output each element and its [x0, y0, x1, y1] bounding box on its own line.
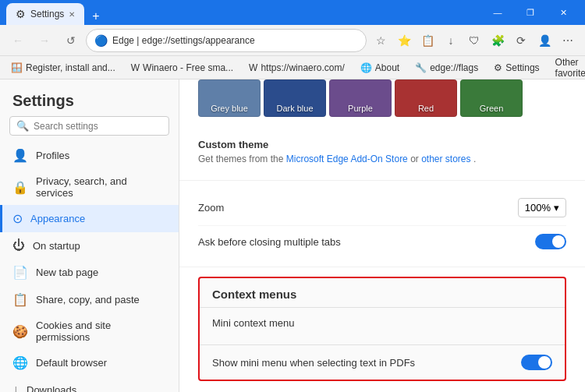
favorites-button[interactable]: ⭐ [393, 30, 415, 51]
sidebar-item-downloads[interactable]: ↓ Downloads [0, 376, 179, 392]
sidebar-item-label: Share, copy, and paste [36, 294, 140, 305]
zoom-row: Zoom 100% ▾ [198, 190, 566, 226]
star-button[interactable]: ☆ [370, 30, 392, 51]
sidebar-title: Settings [0, 79, 179, 116]
restore-button[interactable]: ❐ [515, 2, 546, 23]
sidebar-item-privacy[interactable]: 🔒 Privacy, search, and services [0, 169, 179, 205]
share-icon: 📋 [12, 292, 28, 307]
sidebar-item-startup[interactable]: ⏻ On startup [0, 232, 179, 259]
bookmarks-bar: 🪟 Register, install and... W Winaero - F… [0, 56, 585, 79]
zoom-value: 100% [525, 202, 551, 214]
downloads-icon: ↓ [12, 383, 19, 392]
bookmark-item[interactable]: 🔧 edge://flags [410, 61, 483, 75]
minimize-button[interactable]: — [482, 2, 513, 23]
sidebar-item-label: New tab page [36, 267, 98, 278]
swatch-purple[interactable]: Purple [329, 79, 392, 117]
window-controls: — ❐ ✕ [482, 2, 579, 23]
bookmark-label: Register, install and... [26, 62, 115, 73]
address-edge-icon: 🔵 [94, 34, 108, 47]
sidebar-item-label: Privacy, search, and services [36, 175, 166, 199]
sidebar: Settings 🔍 👤 Profiles 🔒 Privacy, search,… [0, 79, 179, 392]
mini-context-menu-row: Mini context menu [200, 307, 565, 338]
swatch-label: Green [480, 104, 504, 113]
sidebar-item-share[interactable]: 📋 Share, copy, and paste [0, 286, 179, 313]
bookmark-item[interactable]: 🪟 Register, install and... [6, 61, 120, 75]
zoom-select[interactable]: 100% ▾ [518, 198, 566, 217]
address-bar[interactable]: 🔵 Edge | edge://settings/appearance [86, 29, 367, 52]
tab-close-button[interactable]: ✕ [69, 10, 75, 19]
sidebar-item-label: Cookies and site permissions [36, 320, 166, 343]
toggle-thumb [538, 356, 551, 369]
sidebar-item-appearance[interactable]: ⊙ Appearance [0, 205, 179, 232]
download-button[interactable]: ↓ [440, 30, 462, 51]
custom-theme-subtitle: Get themes from the Microsoft Edge Add-O… [198, 154, 566, 164]
other-favorites-button[interactable]: Other favorites [551, 56, 585, 79]
sidebar-item-profiles[interactable]: 👤 Profiles [0, 142, 179, 169]
swatch-label: Grey blue [211, 104, 248, 113]
show-mini-menu-row: Show mini menu when selecting text in PD… [200, 344, 565, 380]
main-layout: Settings 🔍 👤 Profiles 🔒 Privacy, search,… [0, 79, 585, 392]
cookies-icon: 🍪 [12, 324, 28, 339]
zoom-label: Zoom [198, 202, 224, 214]
swatch-greyblue[interactable]: Grey blue [198, 79, 261, 117]
swatch-green[interactable]: Green [460, 79, 523, 117]
active-tab[interactable]: ⚙ Settings ✕ [6, 3, 84, 25]
mini-context-menu-label: Mini context menu [212, 317, 295, 329]
show-mini-menu-toggle[interactable] [521, 355, 552, 370]
sync-button[interactable]: ⟳ [510, 30, 532, 51]
sidebar-item-browser[interactable]: 🌐 Default browser [0, 349, 179, 376]
shield-button[interactable]: 🛡 [463, 30, 485, 51]
titlebar: ⚙ Settings ✕ + — ❐ ✕ [0, 0, 585, 25]
ask-before-closing-label: Ask before closing multiple tabs [198, 236, 341, 248]
bookmark-item[interactable]: W Winaero - Free sma... [126, 61, 238, 75]
refresh-button[interactable]: ↺ [59, 29, 83, 52]
bookmark-label: About [375, 62, 399, 73]
tab-settings-icon: ⚙ [16, 8, 26, 20]
bookmark-item[interactable]: W https://winaero.com/ [244, 61, 349, 75]
bookmark-item[interactable]: 🌐 About [356, 61, 404, 75]
collections-button[interactable]: 📋 [417, 30, 438, 51]
settings-content: Grey blue Dark blue Purple Red Green Cus… [179, 79, 585, 392]
privacy-icon: 🔒 [12, 180, 28, 195]
custom-theme-mid: or [410, 154, 421, 164]
bookmark-flags-icon: 🔧 [415, 62, 427, 73]
extensions-button[interactable]: 🧩 [487, 30, 509, 51]
search-icon: 🔍 [16, 120, 29, 132]
context-menus-section: Context menus Mini context menu Show min… [198, 277, 566, 381]
custom-theme-prefix: Get themes from the [198, 154, 286, 164]
zoom-section: Zoom 100% ▾ Ask before closing multiple … [179, 181, 585, 267]
swatch-label: Dark blue [276, 104, 313, 113]
newtab-icon: 📄 [12, 265, 28, 280]
custom-theme-suffix: . [473, 154, 476, 164]
other-stores-link[interactable]: other stores [421, 154, 470, 164]
sidebar-item-cookies[interactable]: 🍪 Cookies and site permissions [0, 313, 179, 349]
sidebar-item-label: Default browser [36, 357, 107, 369]
bookmark-label: Settings [505, 62, 539, 73]
tab-title: Settings [30, 9, 64, 19]
search-box[interactable]: 🔍 [9, 116, 169, 136]
sidebar-item-label: Appearance [30, 213, 85, 224]
forward-button[interactable]: → [33, 29, 56, 52]
swatch-red[interactable]: Red [395, 79, 457, 117]
sidebar-item-newtab[interactable]: 📄 New tab page [0, 259, 179, 286]
settings-more-button[interactable]: ⋯ [557, 30, 579, 51]
other-favorites-label: Other favorites [555, 57, 585, 79]
ask-before-closing-toggle[interactable] [535, 234, 566, 249]
titlebar-tabs: ⚙ Settings ✕ + [6, 0, 477, 25]
back-button[interactable]: ← [6, 29, 30, 52]
bookmark-windows-icon: 🪟 [11, 62, 23, 73]
new-tab-button[interactable]: + [87, 8, 104, 25]
addon-store-link[interactable]: Microsoft Edge Add-On Store [286, 154, 408, 164]
bookmark-item[interactable]: ⚙ Settings [489, 61, 544, 75]
sidebar-item-label: Downloads [27, 384, 76, 393]
browser-toolbar: ← → ↺ 🔵 Edge | edge://settings/appearanc… [0, 25, 585, 56]
swatch-darkblue[interactable]: Dark blue [264, 79, 326, 117]
sidebar-item-label: Profiles [36, 150, 69, 161]
search-input[interactable] [34, 121, 162, 132]
bookmark-label: Winaero - Free sma... [143, 62, 233, 73]
profile-button[interactable]: 👤 [534, 30, 555, 51]
bookmark-w-icon: W [131, 62, 140, 73]
close-button[interactable]: ✕ [548, 2, 579, 23]
profiles-icon: 👤 [12, 148, 28, 163]
startup-icon: ⏻ [12, 238, 25, 253]
